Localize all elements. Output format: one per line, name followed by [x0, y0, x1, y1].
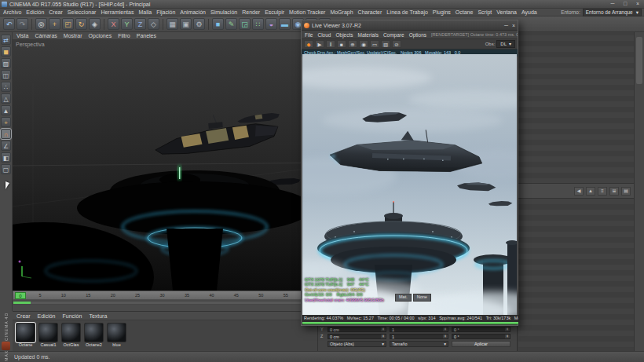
menu-archivo[interactable]: Archivo	[3, 9, 21, 15]
points-mode-icon[interactable]: ∴	[1, 82, 11, 92]
size-mode-dropdown[interactable]: Tamaño ▾	[390, 341, 448, 347]
coordinate-input[interactable]: 0 °▲▼	[452, 327, 510, 332]
lv-menu-materials[interactable]: Materials	[358, 32, 379, 38]
object-manager-panel[interactable]	[518, 35, 634, 183]
minimize-button[interactable]: ─	[606, 0, 619, 8]
polygons-mode-icon[interactable]: ▲	[1, 105, 11, 115]
subdivision-surface-icon[interactable]: ◲	[239, 18, 251, 30]
render-picture-viewer-icon[interactable]: ▣	[180, 18, 192, 30]
scale-tool-icon[interactable]: ◰	[62, 18, 74, 30]
scrollbar-thumb[interactable]	[636, 37, 642, 84]
array-object-icon[interactable]: ∷	[252, 18, 264, 30]
octane-logo-icon[interactable]: ◆	[304, 40, 313, 48]
menu-motion-tracker[interactable]: Motion Tracker	[289, 9, 325, 15]
menu-mograph[interactable]: MoGraph	[330, 9, 353, 15]
lv-menu-objects[interactable]: Objects	[335, 32, 353, 38]
material-thumbnail[interactable]: Octane	[16, 323, 35, 347]
viewport-solo-icon[interactable]: ▢	[1, 164, 11, 174]
stop-render-icon[interactable]: ■	[337, 40, 346, 48]
close-button[interactable]: ×	[631, 0, 644, 8]
collapse-left-icon[interactable]: ◀	[574, 187, 584, 196]
menu-script[interactable]: Script	[478, 9, 492, 15]
pick-focus-icon[interactable]: ⊕	[348, 40, 357, 48]
menu-simulaci-n[interactable]: Simulación	[210, 9, 237, 15]
model-mode-icon[interactable]: ◼	[1, 46, 11, 57]
render-settings-icon[interactable]: ⚙	[193, 18, 205, 30]
environment-dropdown[interactable]: Entorno de Arranque ▾	[583, 9, 642, 16]
menu-render[interactable]: Render	[242, 9, 260, 15]
material-thumbnail[interactable]: Octane2	[84, 323, 104, 347]
viewport-menu-vista[interactable]: Vista	[16, 33, 28, 38]
menu-plugins[interactable]: Plugins	[433, 9, 451, 15]
move-tool-icon[interactable]: +	[49, 18, 60, 30]
menu-ayuda[interactable]: Ayuda	[521, 9, 537, 15]
texture-mode-icon[interactable]: ▨	[1, 58, 11, 68]
workplane-lock-icon[interactable]: ◧	[1, 152, 11, 163]
menu-seleccionar[interactable]: Seleccionar	[68, 9, 97, 15]
coordinate-mode-dropdown[interactable]: Objeto (Abs) ▾	[327, 341, 386, 347]
lv-menu-cloud[interactable]: Cloud	[317, 32, 331, 38]
lv-menu-compare[interactable]: Compare	[383, 32, 404, 38]
viewport-menu-filtro[interactable]: Filtro	[118, 33, 130, 38]
material-menu-funci-n[interactable]: Función	[62, 313, 82, 319]
coordinate-input[interactable]: 0 °▲▼	[452, 334, 510, 339]
menu-edici-n[interactable]: Edición	[26, 9, 44, 15]
menu-animaci-n[interactable]: Animación	[180, 9, 206, 15]
apply-button[interactable]: Aplicar	[452, 341, 510, 347]
grid-view-icon[interactable]: ⊞	[609, 187, 619, 196]
lock-y-axis-icon[interactable]: Y	[121, 18, 133, 30]
undo-icon[interactable]: ↶	[3, 18, 15, 30]
snap-icon[interactable]: ∩	[1, 129, 11, 139]
viewport-menu-mostrar[interactable]: Mostrar	[64, 33, 82, 38]
material-menu-edici-n[interactable]: Edición	[38, 313, 56, 319]
coordinate-input[interactable]: 1▲▼	[390, 334, 448, 339]
pause-render-icon[interactable]: ‖	[326, 40, 335, 48]
coordinate-input[interactable]: 0 cm▲▼	[327, 334, 386, 339]
workplane-mode-icon[interactable]: ◫	[1, 70, 11, 80]
region-render-icon[interactable]: ▭	[370, 40, 379, 48]
cube-primitive-icon[interactable]: ■	[212, 18, 224, 30]
rotate-tool-icon[interactable]: ↻	[75, 18, 87, 30]
stepper-arrows[interactable]: ▲▼	[505, 327, 510, 331]
redo-icon[interactable]: ↷	[16, 18, 28, 30]
live-viewer-close-button[interactable]: ×	[512, 21, 515, 30]
viewport-menu-paneles[interactable]: Paneles	[137, 33, 156, 38]
list-view-icon[interactable]: ▤	[621, 187, 631, 196]
deformer-icon[interactable]: ◒	[265, 18, 277, 30]
menu-ventana[interactable]: Ventana	[496, 9, 517, 15]
alpha-toggle-icon[interactable]: ▧	[381, 40, 390, 48]
live-viewer-titlebar[interactable]: Live Viewer 3.07-R2 ─ ×	[302, 20, 518, 31]
quantize-icon[interactable]: ∠	[1, 141, 11, 151]
make-editable-icon[interactable]: ⇄	[1, 35, 11, 45]
lv-menu-options[interactable]: Options	[409, 32, 426, 38]
coordinate-input[interactable]: 1▲▼	[390, 327, 448, 332]
material-thumbnail[interactable]: Casual1	[38, 323, 58, 347]
material-thumbnail[interactable]: blue	[107, 323, 126, 347]
stepper-arrows[interactable]: ▲▼	[443, 335, 448, 338]
attribute-manager-panel[interactable]	[518, 199, 634, 348]
menu-octane[interactable]: Octane	[456, 9, 474, 15]
mat-button[interactable]: Mat.	[395, 294, 412, 302]
last-tool-icon[interactable]: ◈	[89, 18, 101, 30]
material-thumbnail[interactable]: OctGlas	[61, 323, 81, 347]
menu-herramientas[interactable]: Herramientas	[101, 9, 134, 15]
floor-object-icon[interactable]: ▬	[279, 18, 291, 30]
coordinate-system-icon[interactable]: ◇	[148, 18, 159, 30]
live-viewer-minimize-button[interactable]: ─	[504, 21, 508, 30]
render-view-icon[interactable]: ▦	[166, 18, 178, 30]
lock-z-axis-icon[interactable]: Z	[134, 18, 146, 30]
timeline-playhead[interactable]: 0	[15, 292, 26, 299]
viewport-menu-c-maras[interactable]: Cámaras	[35, 33, 57, 38]
live-selection-icon[interactable]: ◎	[35, 18, 47, 30]
vertical-scrollbar[interactable]	[634, 32, 644, 351]
menu-l-nea-de-trabajo[interactable]: Línea de Trabajo	[386, 9, 428, 15]
none-button[interactable]: None	[413, 294, 431, 302]
stepper-arrows[interactable]: ▲▼	[443, 327, 448, 331]
preview-range-handle[interactable]	[13, 302, 31, 304]
menu-crear[interactable]: Crear	[49, 9, 63, 15]
material-menu-crear[interactable]: Crear	[16, 313, 31, 319]
menu-esculpir[interactable]: Esculpir	[265, 9, 284, 15]
coordinate-input[interactable]: 0 cm▲▼	[327, 327, 386, 332]
lock-x-axis-icon[interactable]: X	[108, 18, 119, 30]
menu-character[interactable]: Character	[358, 9, 382, 15]
